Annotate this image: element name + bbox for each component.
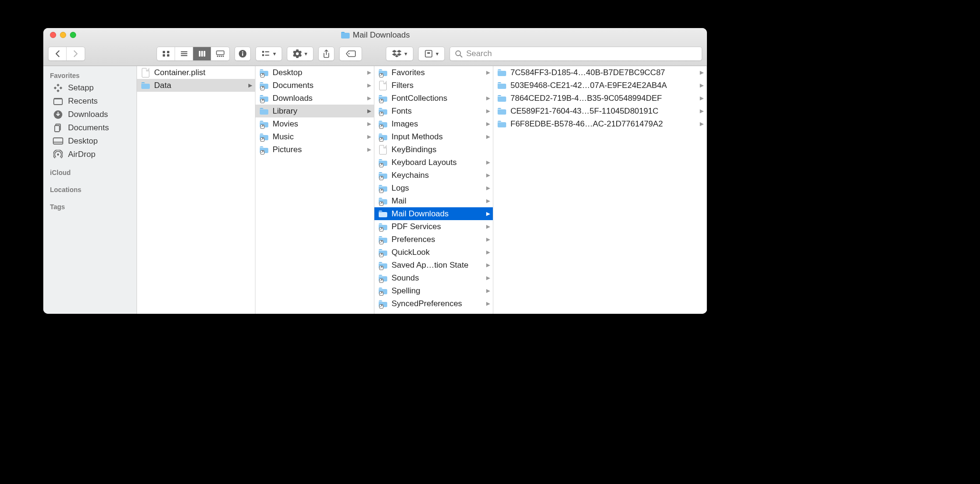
svg-line-31 xyxy=(460,55,462,57)
sidebar-section-icloud[interactable]: iCloud xyxy=(43,166,137,178)
item-label: QuickLook xyxy=(392,248,482,257)
list-item[interactable]: Preferences▶ xyxy=(374,233,493,246)
item-label: Filters xyxy=(392,81,490,90)
list-item[interactable]: PDF Services▶ xyxy=(374,220,493,233)
svg-marker-32 xyxy=(57,84,59,87)
column-1[interactable]: Desktop▶Documents▶Downloads▶Library▶Movi… xyxy=(255,66,374,314)
column-0[interactable]: Container.plistData▶ xyxy=(137,66,255,314)
svg-rect-36 xyxy=(54,99,62,105)
dropbox-button[interactable]: ▾ xyxy=(386,47,413,61)
disclosure-arrow-icon: ▶ xyxy=(486,288,490,294)
list-item[interactable]: Container.plist xyxy=(137,66,255,79)
list-view-button[interactable] xyxy=(175,47,193,60)
archive-button[interactable]: ▾ xyxy=(418,47,445,61)
list-item[interactable]: 503E9468-CE21-42…07A-E9FE24E2AB4A▶ xyxy=(493,79,706,92)
list-item[interactable]: Input Methods▶ xyxy=(374,130,493,143)
list-item[interactable]: Library▶ xyxy=(255,105,374,117)
forward-button[interactable] xyxy=(67,47,85,60)
list-item[interactable]: Sounds▶ xyxy=(374,271,493,284)
sidebar-item-desktop[interactable]: Desktop xyxy=(43,135,137,148)
sidebar-item-downloads[interactable]: Downloads xyxy=(43,108,137,121)
svg-rect-13 xyxy=(221,56,222,57)
list-item[interactable]: CE589F21-7604-43…5F-11045D80191C▶ xyxy=(493,105,706,117)
list-item[interactable]: Saved Ap…tion State▶ xyxy=(374,259,493,271)
svg-rect-14 xyxy=(223,56,224,57)
disclosure-arrow-icon: ▶ xyxy=(486,300,490,307)
list-item[interactable]: Keychains▶ xyxy=(374,169,493,182)
close-window-button[interactable] xyxy=(50,32,56,38)
minimize-window-button[interactable] xyxy=(60,32,66,38)
disclosure-arrow-icon: ▶ xyxy=(486,172,490,178)
list-item[interactable]: FontCollections▶ xyxy=(374,92,493,105)
sidebar-section-favorites[interactable]: Favorites xyxy=(43,69,137,81)
sidebar-section-locations[interactable]: Locations xyxy=(43,183,137,195)
sidebar-item-airdrop[interactable]: AirDrop xyxy=(43,148,137,161)
sidebar-item-setapp[interactable]: Setapp xyxy=(43,81,137,95)
folder-icon xyxy=(497,95,507,102)
svg-marker-27 xyxy=(395,55,399,58)
search-input[interactable] xyxy=(466,49,697,58)
zoom-window-button[interactable] xyxy=(70,32,76,38)
list-item[interactable]: Desktop▶ xyxy=(255,66,374,79)
recents-icon xyxy=(53,96,63,106)
list-item[interactable]: Favorites▶ xyxy=(374,66,493,79)
group-button[interactable]: ▾ xyxy=(255,47,282,61)
sidebar-item-label: Desktop xyxy=(68,136,98,146)
column-view-button[interactable] xyxy=(193,47,211,60)
list-item[interactable]: Pictures▶ xyxy=(255,143,374,156)
list-item[interactable]: Documents▶ xyxy=(255,79,374,92)
icon-view-button[interactable] xyxy=(157,47,175,60)
search-icon xyxy=(455,50,462,58)
disclosure-arrow-icon: ▶ xyxy=(367,69,371,76)
list-item[interactable]: KeyBindings xyxy=(374,143,493,156)
list-item[interactable]: F6F8EDBE-B578-46…AC-21D7761479A2▶ xyxy=(493,117,706,130)
list-item[interactable]: Mail Downloads▶ xyxy=(374,207,493,220)
item-label: Mail Downloads xyxy=(392,209,482,219)
folder-alias-icon xyxy=(259,69,269,77)
chevron-down-icon: ▾ xyxy=(273,50,276,57)
list-item[interactable]: SyncedPreferences▶ xyxy=(374,297,493,310)
sidebar: Favorites Setapp Recents Downloads Docum… xyxy=(43,66,137,314)
list-item[interactable]: Logs▶ xyxy=(374,182,493,194)
list-item[interactable]: Fonts▶ xyxy=(374,105,493,117)
list-item[interactable]: Mail▶ xyxy=(374,194,493,207)
column-2[interactable]: Favorites▶FiltersFontCollections▶Fonts▶I… xyxy=(374,66,493,314)
item-label: Documents xyxy=(273,81,363,90)
svg-rect-11 xyxy=(217,56,218,57)
folder-alias-icon xyxy=(259,82,269,89)
tags-button[interactable] xyxy=(339,47,362,61)
svg-rect-19 xyxy=(262,54,264,56)
list-item[interactable]: Music▶ xyxy=(255,130,374,143)
sidebar-item-recents[interactable]: Recents xyxy=(43,95,137,108)
disclosure-arrow-icon: ▶ xyxy=(367,82,371,88)
list-item[interactable]: Filters xyxy=(374,79,493,92)
list-item[interactable]: Keyboard Layouts▶ xyxy=(374,156,493,169)
list-item[interactable]: Data▶ xyxy=(137,79,255,92)
disclosure-arrow-icon: ▶ xyxy=(700,82,704,88)
svg-rect-40 xyxy=(55,126,59,132)
action-button[interactable]: ▾ xyxy=(287,47,314,61)
list-item[interactable]: Movies▶ xyxy=(255,117,374,130)
list-item[interactable]: Downloads▶ xyxy=(255,92,374,105)
sidebar-item-documents[interactable]: Documents xyxy=(43,121,137,135)
folder-icon xyxy=(497,69,507,77)
search-field[interactable] xyxy=(450,47,702,61)
info-button[interactable] xyxy=(235,47,251,61)
downloads-icon xyxy=(53,109,63,120)
item-label: F6F8EDBE-B578-46…AC-21D7761479A2 xyxy=(510,119,696,129)
sidebar-section-tags[interactable]: Tags xyxy=(43,200,137,213)
list-item[interactable]: Spelling▶ xyxy=(374,284,493,297)
list-item[interactable]: Images▶ xyxy=(374,117,493,130)
column-3[interactable]: 7C584FF3-D185-4…40B-B7DE7BC9CC87▶503E946… xyxy=(493,66,707,314)
gallery-view-button[interactable] xyxy=(211,47,229,60)
item-label: SyncedPreferences xyxy=(392,299,482,309)
share-button[interactable] xyxy=(318,47,334,61)
disclosure-arrow-icon: ▶ xyxy=(367,95,371,101)
back-button[interactable] xyxy=(49,47,67,60)
list-item[interactable]: 7C584FF3-D185-4…40B-B7DE7BC9CC87▶ xyxy=(493,66,706,79)
folder-alias-icon xyxy=(259,95,269,102)
folder-alias-icon xyxy=(378,223,388,231)
list-item[interactable]: QuickLook▶ xyxy=(374,246,493,259)
list-item[interactable]: 7864CED2-719B-4…B35-9C0548994DEF▶ xyxy=(493,92,706,105)
disclosure-arrow-icon: ▶ xyxy=(486,249,490,255)
